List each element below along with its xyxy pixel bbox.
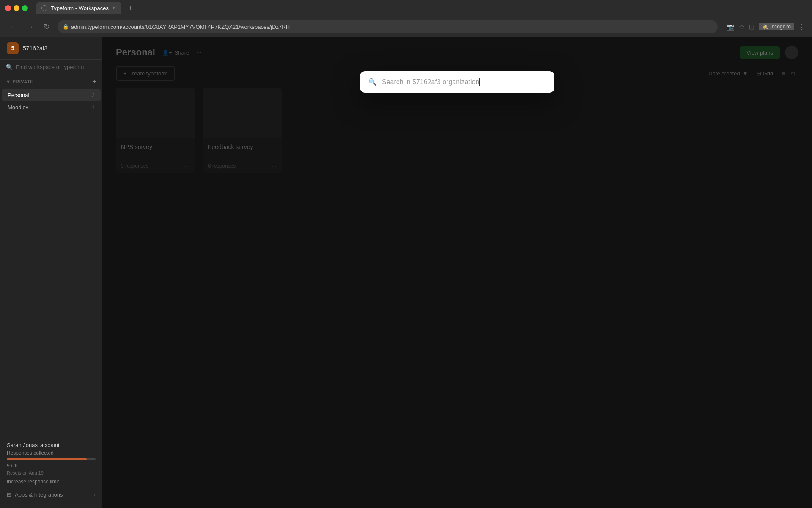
sidebar-bottom: Sarah Jonas' account Responses collected… (0, 435, 102, 508)
section-label-private: PRIVATE (12, 79, 92, 84)
sidebar-top: 5 57162af3 (0, 37, 102, 60)
incognito-label: Incognito (770, 24, 791, 30)
workspace-name-personal: Personal (8, 92, 29, 98)
org-avatar: 5 (7, 42, 19, 54)
address-input[interactable] (58, 20, 718, 33)
tab-bar: Typeform - Workspaces ✕ + (0, 0, 812, 16)
sidebar-search[interactable]: 🔍 Find workspace or typeform (0, 60, 102, 75)
tab-title: Typeform - Workspaces (51, 5, 109, 11)
camera-icon[interactable]: 📷 (726, 23, 735, 31)
back-button[interactable]: ← (7, 22, 19, 31)
search-placeholder-text: Search in 57162af3 organization (382, 78, 479, 86)
incognito-badge: 🕵 Incognito (759, 23, 794, 30)
extension-icon[interactable]: ⊡ (749, 23, 754, 31)
apps-integrations[interactable]: ⊞ Apps & Integrations › (7, 488, 96, 501)
search-icon: 🔍 (6, 64, 13, 70)
window-controls (5, 5, 28, 11)
reload-button[interactable]: ↻ (41, 22, 52, 31)
chevron-right-icon: › (94, 491, 96, 498)
sidebar-section-private: ▼ PRIVATE + (0, 75, 102, 89)
search-modal: 🔍 Search in 57162af3 organization (360, 71, 554, 93)
maximize-window-button[interactable] (22, 5, 28, 11)
app-container: 5 57162af3 🔍 Find workspace or typeform … (0, 37, 812, 508)
sidebar-item-personal[interactable]: Personal 2 (2, 89, 101, 101)
workspace-name-moodjoy: Moodjoy (8, 104, 28, 110)
account-info: Sarah Jonas' account Responses collected… (7, 442, 96, 485)
workspace-count-moodjoy: 1 (92, 105, 95, 110)
responses-label: Responses collected (7, 450, 96, 456)
responses-count: 9 / 10 (7, 463, 96, 469)
new-tab-button[interactable]: + (125, 4, 136, 13)
tab-close-icon[interactable]: ✕ (112, 5, 116, 11)
address-wrapper: 🔒 (58, 20, 718, 33)
sidebar-search-label: Find workspace or typeform (16, 64, 84, 70)
menu-icon[interactable]: ⋮ (798, 23, 805, 31)
search-input-area[interactable]: Search in 57162af3 organization (382, 78, 546, 86)
org-name: 57162af3 (23, 45, 47, 52)
bookmark-icon[interactable]: ☆ (739, 23, 745, 31)
add-workspace-button[interactable]: + (92, 78, 96, 86)
main-content: Personal 👤+ Share ··· View plans + Creat… (102, 37, 812, 508)
tab-favicon (41, 5, 47, 11)
search-modal-inner: 🔍 Search in 57162af3 organization (360, 71, 554, 93)
address-bar: ← → ↻ 🔒 📷 ☆ ⊡ 🕵 Incognito ⋮ (0, 16, 812, 37)
browser-chrome: Typeform - Workspaces ✕ + ← → ↻ 🔒 📷 ☆ ⊡ … (0, 0, 812, 37)
forward-button[interactable]: → (24, 22, 36, 31)
sidebar-item-moodjoy[interactable]: Moodjoy 1 (2, 102, 101, 113)
sidebar: 5 57162af3 🔍 Find workspace or typeform … (0, 37, 102, 508)
search-overlay[interactable]: 🔍 Search in 57162af3 organization (102, 37, 812, 508)
apps-icon: ⊞ (7, 491, 11, 498)
org-initial: 5 (11, 45, 14, 51)
chevron-down-icon: ▼ (6, 79, 11, 84)
account-name: Sarah Jonas' account (7, 442, 96, 448)
increase-limit-link[interactable]: Increase response limit (7, 479, 96, 485)
progress-bar-fill (7, 458, 87, 460)
search-modal-icon: 🔍 (368, 78, 377, 86)
minimize-window-button[interactable] (14, 5, 19, 11)
progress-bar-bg (7, 458, 96, 460)
active-tab[interactable]: Typeform - Workspaces ✕ (36, 2, 121, 14)
search-cursor (479, 78, 480, 86)
close-window-button[interactable] (5, 5, 11, 11)
apps-integrations-label: Apps & Integrations (15, 491, 63, 498)
lock-icon: 🔒 (63, 24, 69, 30)
resets-info: Resets on Aug 19 (7, 470, 96, 475)
incognito-icon: 🕵 (762, 24, 768, 30)
browser-actions: 📷 ☆ ⊡ 🕵 Incognito ⋮ (726, 23, 805, 31)
workspace-count-personal: 2 (92, 92, 95, 98)
section-header-private: ▼ PRIVATE + (6, 78, 96, 86)
